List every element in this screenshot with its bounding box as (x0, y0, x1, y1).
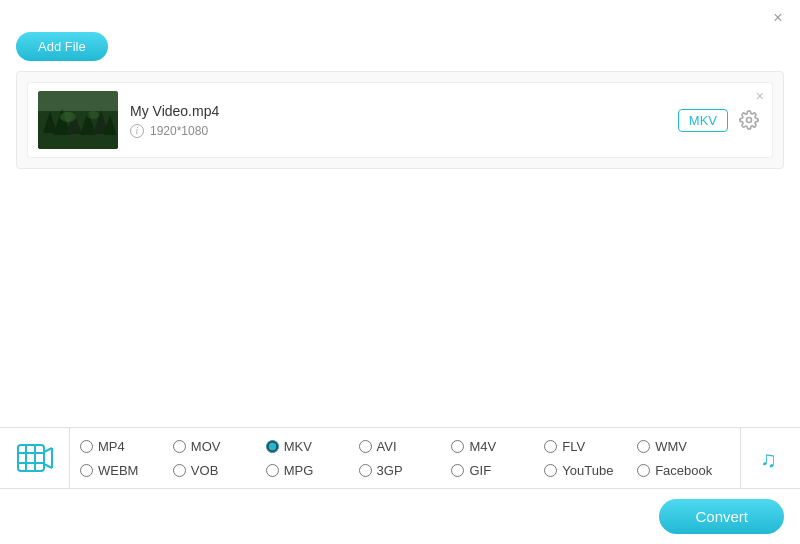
svg-point-11 (747, 118, 752, 123)
info-icon: i (130, 124, 144, 138)
format-option-mkv[interactable]: MKV (266, 436, 359, 456)
item-close-button[interactable]: × (756, 89, 764, 103)
format-label-facebook: Facebook (655, 463, 712, 478)
format-radio-facebook[interactable] (637, 464, 650, 477)
format-label-mkv: MKV (284, 439, 312, 454)
file-actions: MKV (678, 107, 762, 133)
format-label-m4v: M4V (469, 439, 496, 454)
title-bar: × (0, 0, 800, 32)
format-option-webm[interactable]: WEBM (80, 460, 173, 480)
format-label-avi: AVI (377, 439, 397, 454)
bottom-panel: MP4MOVMKVAVIM4VFLVWMVWEBMVOBMPG3GPGIFYou… (0, 427, 800, 544)
format-label-flv: FLV (562, 439, 585, 454)
svg-rect-12 (18, 445, 44, 471)
format-radio-webm[interactable] (80, 464, 93, 477)
svg-rect-8 (38, 135, 118, 149)
file-info: My Video.mp4 i 1920*1080 (130, 103, 678, 138)
format-options: MP4MOVMKVAVIM4VFLVWMVWEBMVOBMPG3GPGIFYou… (70, 428, 740, 488)
format-radio-avi[interactable] (359, 440, 372, 453)
file-name: My Video.mp4 (130, 103, 678, 119)
toolbar: Add File (0, 32, 800, 71)
file-meta: i 1920*1080 (130, 124, 678, 138)
format-radio-mpg[interactable] (266, 464, 279, 477)
video-format-icon-area[interactable] (0, 428, 70, 488)
format-radio-mov[interactable] (173, 440, 186, 453)
format-option-youtube[interactable]: YouTube (544, 460, 637, 480)
format-option-wmv[interactable]: WMV (637, 436, 730, 456)
file-resolution: 1920*1080 (150, 124, 208, 138)
file-thumbnail (38, 91, 118, 149)
format-option-vob[interactable]: VOB (173, 460, 266, 480)
format-radio-3gp[interactable] (359, 464, 372, 477)
svg-point-10 (87, 111, 99, 119)
convert-button[interactable]: Convert (659, 499, 784, 534)
format-radio-wmv[interactable] (637, 440, 650, 453)
format-label-wmv: WMV (655, 439, 687, 454)
format-label-youtube: YouTube (562, 463, 613, 478)
audio-format-icon-area[interactable]: ♫ (740, 428, 800, 488)
add-file-button[interactable]: Add File (16, 32, 108, 61)
format-option-mpg[interactable]: MPG (266, 460, 359, 480)
format-option-facebook[interactable]: Facebook (637, 460, 730, 480)
format-radio-gif[interactable] (451, 464, 464, 477)
format-option-avi[interactable]: AVI (359, 436, 452, 456)
format-label-mpg: MPG (284, 463, 314, 478)
format-badge-button[interactable]: MKV (678, 109, 728, 132)
format-option-mov[interactable]: MOV (173, 436, 266, 456)
format-label-mp4: MP4 (98, 439, 125, 454)
format-option-m4v[interactable]: M4V (451, 436, 544, 456)
svg-text:♫: ♫ (760, 447, 777, 472)
format-label-3gp: 3GP (377, 463, 403, 478)
format-radio-youtube[interactable] (544, 464, 557, 477)
format-label-vob: VOB (191, 463, 218, 478)
format-option-gif[interactable]: GIF (451, 460, 544, 480)
window-close-button[interactable]: × (770, 10, 786, 26)
format-radio-m4v[interactable] (451, 440, 464, 453)
format-radio-vob[interactable] (173, 464, 186, 477)
svg-line-18 (44, 464, 52, 468)
format-label-gif: GIF (469, 463, 491, 478)
convert-bar: Convert (0, 489, 800, 544)
format-option-mp4[interactable]: MP4 (80, 436, 173, 456)
format-option-flv[interactable]: FLV (544, 436, 637, 456)
format-radio-mkv[interactable] (266, 440, 279, 453)
format-radio-flv[interactable] (544, 440, 557, 453)
format-radio-mp4[interactable] (80, 440, 93, 453)
settings-button[interactable] (736, 107, 762, 133)
svg-line-17 (44, 448, 52, 452)
svg-point-9 (60, 112, 76, 122)
format-label-mov: MOV (191, 439, 221, 454)
format-selector: MP4MOVMKVAVIM4VFLVWMVWEBMVOBMPG3GPGIFYou… (0, 428, 800, 489)
file-item: My Video.mp4 i 1920*1080 MKV × (27, 82, 773, 158)
file-list: My Video.mp4 i 1920*1080 MKV × (16, 71, 784, 169)
format-option-3gp[interactable]: 3GP (359, 460, 452, 480)
format-label-webm: WEBM (98, 463, 138, 478)
